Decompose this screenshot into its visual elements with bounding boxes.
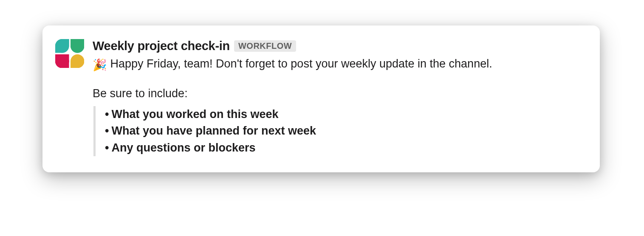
bullet-item: • What you have planned for next week: [105, 123, 583, 139]
message-body: 🎉 Happy Friday, team! Don't forget to po…: [93, 56, 583, 156]
bullet-item: • Any questions or blockers: [105, 140, 583, 156]
avatar-quad-yellow: [71, 54, 85, 68]
sender-name: Weekly project check-in: [93, 39, 230, 53]
message-header: Weekly project check-in WORKFLOW: [93, 39, 583, 53]
greeting-line: 🎉 Happy Friday, team! Don't forget to po…: [93, 56, 583, 73]
bullet-dot-icon: •: [105, 106, 109, 123]
include-label: Be sure to include:: [93, 85, 583, 102]
greeting-text: Happy Friday, team! Don't forget to post…: [110, 57, 492, 70]
avatar-quad-teal: [55, 39, 69, 53]
workflow-badge: WORKFLOW: [234, 40, 296, 52]
slack-message-card: Weekly project check-in WORKFLOW 🎉 Happy…: [42, 25, 600, 172]
quote-block: • What you worked on this week • What yo…: [93, 106, 583, 156]
avatar-quad-pink: [55, 54, 69, 68]
bullet-text: Any questions or blockers: [111, 140, 255, 156]
party-popper-icon: 🎉: [93, 57, 107, 73]
bullet-text: What you have planned for next week: [111, 123, 316, 139]
bullet-item: • What you worked on this week: [105, 106, 583, 123]
bullet-dot-icon: •: [105, 123, 109, 139]
message-content: Weekly project check-in WORKFLOW 🎉 Happy…: [93, 38, 583, 156]
workflow-avatar: [54, 38, 85, 69]
avatar-quad-green: [71, 39, 85, 53]
bullet-text: What you worked on this week: [111, 106, 278, 123]
bullet-dot-icon: •: [105, 140, 109, 156]
